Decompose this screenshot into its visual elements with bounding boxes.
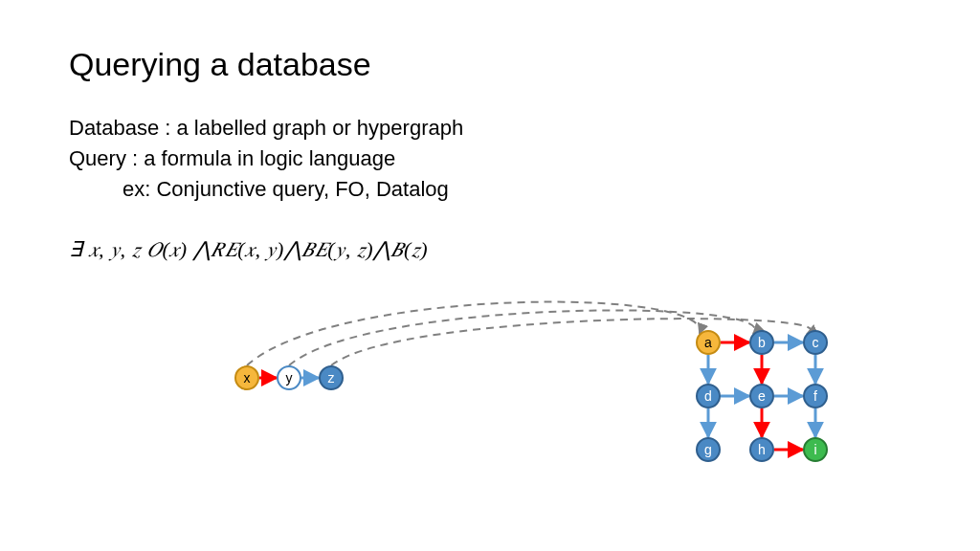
node-z: z <box>319 365 344 390</box>
node-x: x <box>234 365 259 390</box>
node-c: c <box>803 330 828 355</box>
node-a: a <box>696 330 721 355</box>
node-h: h <box>749 437 774 462</box>
node-i: i <box>803 437 828 462</box>
slide: Querying a database Database : a labelle… <box>0 0 980 551</box>
node-d: d <box>696 384 721 408</box>
node-g: g <box>696 437 721 462</box>
node-f: f <box>803 384 828 408</box>
nodes-layer: xyzabcdefghi <box>0 0 980 551</box>
node-e: e <box>749 384 774 408</box>
node-b: b <box>749 330 774 355</box>
node-y: y <box>277 365 301 390</box>
